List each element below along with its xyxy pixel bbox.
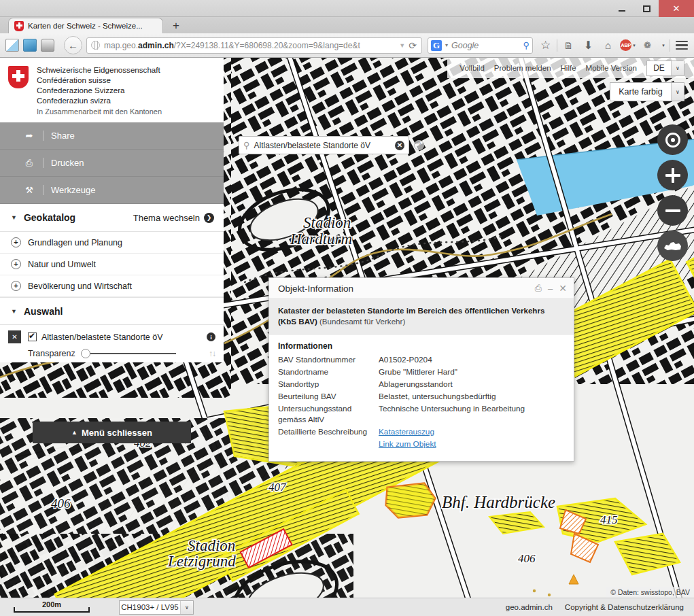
zoom-out-button[interactable]: [657, 195, 688, 226]
background-layer-value: Karte farbig: [610, 87, 671, 97]
address-bar[interactable]: map.geo.admin.ch/?X=249138.11&Y=680698.2…: [86, 37, 422, 54]
close-menu-button[interactable]: ▲ Menü schliessen: [33, 422, 191, 443]
map-header-links: Vollbild Problem melden Hilfe Mobile Ver…: [447, 58, 694, 78]
slider-knob[interactable]: [81, 349, 90, 358]
language-value: DE: [647, 63, 671, 73]
window-close-button[interactable]: ✕: [659, 0, 694, 17]
crs-select[interactable]: CH1903+ / LV95 ∨: [119, 600, 194, 615]
link-mobile-version[interactable]: Mobile Version: [586, 64, 637, 72]
background-layer-select[interactable]: Karte farbig ∨: [610, 82, 684, 101]
footer-links: geo.admin.ch Copyright & Datenschutzerkl…: [506, 603, 694, 611]
geocatalog-header[interactable]: ▼ Geokatalog Thema wechseln ❯: [0, 204, 224, 232]
panel-button-label: Share: [51, 131, 75, 141]
plus-icon: +: [11, 259, 21, 269]
map-label: Bhf. Hardbrücke: [442, 493, 555, 511]
plus-icon: +: [11, 237, 21, 247]
panel-button-share[interactable]: ➦ Share: [0, 122, 224, 150]
new-tab-button[interactable]: +: [169, 19, 184, 32]
bookmark-star-icon[interactable]: ☆: [536, 36, 555, 55]
link-problem-melden[interactable]: Problem melden: [494, 64, 551, 72]
footer-site-link[interactable]: geo.admin.ch: [506, 603, 553, 611]
dialog-layer-title: Kataster der belasteten Standorte im Ber…: [269, 299, 574, 335]
window-maximize-button[interactable]: [634, 0, 659, 17]
print-icon[interactable]: ⎙: [535, 283, 542, 294]
tab-strip: Karten der Schweiz - Schweize... +: [0, 17, 694, 33]
panel-button-print[interactable]: ⎙ Drucken: [0, 150, 224, 177]
switch-theme-button[interactable]: Thema wechseln ❯: [133, 213, 214, 223]
menu-icon[interactable]: [672, 36, 691, 55]
search-engine-caret-icon[interactable]: ▾: [445, 42, 448, 48]
zoom-to-switzerland-button[interactable]: [657, 230, 688, 261]
browser-tab-active[interactable]: Karten der Schweiz - Schweize...: [8, 18, 163, 33]
adblock-caret-icon[interactable]: ▾: [633, 43, 636, 48]
search-help-icon[interactable]: ?: [414, 140, 424, 150]
addon-icon[interactable]: ❁: [638, 36, 657, 55]
layer-order-arrows-icon[interactable]: ↑↓: [209, 349, 215, 358]
chevron-down-icon: ▼: [11, 214, 17, 221]
dialog-header[interactable]: Objekt-Information ⎙ – ✕: [269, 278, 574, 299]
map-search-input[interactable]: ⚲ Altlasten/belastete Standorte öV ✕: [239, 136, 409, 154]
clear-search-icon[interactable]: ✕: [395, 141, 404, 150]
language-select[interactable]: DE ∨: [646, 61, 684, 76]
map-label: 407: [268, 481, 287, 494]
scale-bar: 200m: [14, 602, 90, 613]
app-icon-1-icon[interactable]: [5, 39, 19, 52]
reading-list-icon[interactable]: 🗎: [559, 36, 578, 55]
selection-header[interactable]: ▼ Auswahl: [0, 297, 224, 325]
adblock-icon[interactable]: ABP ▾: [618, 36, 638, 55]
layer-info-icon[interactable]: i: [207, 332, 215, 341]
chevron-down-icon: ∨: [671, 83, 684, 101]
map-label: 406: [518, 552, 536, 565]
table-row: Beurteilung BAV Belastet, untersuchungsb…: [278, 390, 565, 403]
dialog-title: Objekt-Information: [278, 284, 353, 294]
informationen-heading: Informationen: [278, 341, 565, 351]
chevron-up-icon: ▲: [71, 429, 77, 436]
logo-line-rm: Confederaziun svizra: [37, 95, 162, 105]
category-bevoelkerung-und-wirtschaft[interactable]: + Bevölkerung und Wirtschaft: [0, 275, 224, 297]
dialog-body: Informationen BAV Standortnummer A01502-…: [269, 335, 574, 461]
category-natur-und-umwelt[interactable]: + Natur und Umwelt: [0, 254, 224, 275]
minimize-icon[interactable]: –: [548, 284, 553, 294]
close-icon[interactable]: ✕: [559, 283, 567, 294]
browser-toolbar: ← map.geo.admin.ch/?X=249138.11&Y=680698…: [0, 33, 694, 58]
attribute-key: Untersuchungsstand gemäss AltlV: [278, 403, 379, 426]
window-minimize-button[interactable]: [610, 0, 634, 17]
tab-title: Karten der Schweiz - Schweize...: [28, 22, 143, 30]
object-link[interactable]: Link zum Objekt: [379, 439, 436, 449]
layer-visibility-checkbox[interactable]: [28, 332, 37, 341]
attribute-key: Standorttyp: [278, 378, 379, 390]
table-row: Detaillierte Beschreibung Katasterauszug: [278, 426, 565, 438]
attribute-value: Belastet, untersuchungsbedürftig: [379, 390, 565, 403]
geolocate-button[interactable]: [657, 124, 688, 155]
footer-copyright-link[interactable]: Copyright & Datenschutzerklärung: [565, 603, 684, 611]
link-hilfe[interactable]: Hilfe: [561, 64, 576, 72]
table-row: Standorttyp Ablagerungsstandort: [278, 378, 565, 390]
chevron-down-icon: ∨: [180, 601, 193, 614]
search-magnifier-icon[interactable]: ⚲: [523, 40, 530, 50]
zoom-in-button[interactable]: [657, 160, 688, 190]
katasterauszug-link[interactable]: Katasterauszug: [379, 427, 434, 437]
toolbar-divider-2: [670, 39, 670, 52]
back-button[interactable]: ←: [64, 36, 82, 54]
app-icon-3-icon[interactable]: [41, 39, 54, 52]
remove-layer-button[interactable]: ✕: [8, 330, 21, 343]
map-search-value: Altlasten/belastete Standorte öV: [254, 141, 395, 150]
panel-button-tools[interactable]: ⚒ Werkzeuge: [0, 177, 224, 204]
app-icon-2-icon[interactable]: [23, 39, 37, 52]
url-dropdown-icon[interactable]: ▼: [396, 42, 409, 49]
home-icon[interactable]: ⌂: [598, 36, 618, 55]
logo-line-it: Confederazione Svizzera: [37, 85, 162, 95]
browser-search-input[interactable]: G ▾ Google ⚲: [428, 37, 533, 54]
search-icon: ⚲: [243, 140, 250, 150]
category-grundlagen-und-planung[interactable]: + Grundlagen und Planung: [0, 232, 224, 254]
addon-caret-icon[interactable]: ▾: [657, 36, 668, 55]
reload-icon[interactable]: ⟳: [409, 40, 419, 51]
attribute-table: BAV Standortnummer A01502-P0204 Standort…: [278, 354, 565, 450]
map-label: 406: [51, 496, 71, 511]
map-viewport[interactable]: StadionHardturmStadionLetzigrundBhf. Har…: [0, 58, 694, 616]
share-icon: ➦: [23, 131, 35, 141]
downloads-icon[interactable]: ⬇: [578, 36, 598, 55]
map-label: 415: [600, 513, 618, 526]
link-vollbild[interactable]: Vollbild: [459, 64, 484, 72]
transparency-slider[interactable]: [81, 349, 176, 358]
